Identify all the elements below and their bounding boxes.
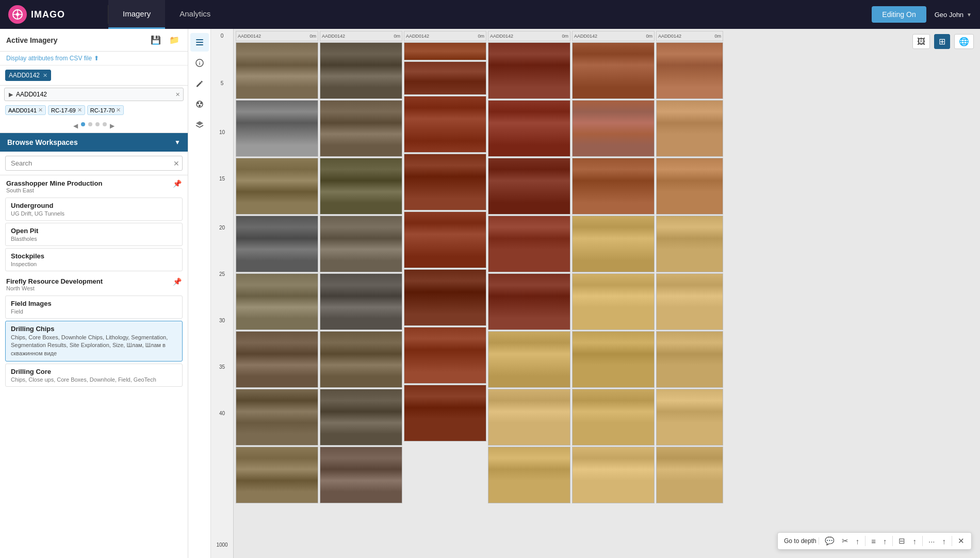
list-view-btn[interactable]	[190, 33, 209, 52]
core-img-5-7[interactable]	[572, 389, 655, 446]
grid-view-btn[interactable]: ⊞	[934, 34, 950, 49]
core-img-2-7[interactable]	[320, 389, 402, 446]
workspace-item-underground[interactable]: Underground UG Drift, UG Tunnels	[5, 198, 183, 221]
workspace-item-field-images[interactable]: Field Images Field	[5, 296, 183, 319]
up-btn-1[interactable]: ↑	[853, 535, 862, 547]
nav-next-arrow[interactable]: ▶	[110, 122, 115, 129]
core-img-3-6[interactable]	[404, 327, 486, 384]
close-expanded-dataset[interactable]: ✕	[175, 91, 180, 98]
core-img-5-6[interactable]	[572, 331, 655, 388]
up-btn-4[interactable]: ↑	[940, 535, 949, 547]
core-img-6-7[interactable]	[656, 389, 723, 446]
core-img-2-3[interactable]	[320, 158, 402, 215]
mini-tag-rc1770[interactable]: RC-17-70 ✕	[87, 105, 124, 115]
core-img-4-1[interactable]	[488, 42, 570, 99]
nav-prev-arrow[interactable]: ◀	[73, 122, 78, 129]
dataset-tag-aadd0142-active[interactable]: AADD0142 ✕	[5, 70, 51, 81]
core-img-4-7-light[interactable]	[488, 389, 570, 446]
core-img-4-6-light[interactable]	[488, 331, 570, 388]
core-img-3-1[interactable]	[404, 61, 486, 95]
core-img-5-2[interactable]	[572, 100, 655, 157]
mini-tag-rc1769[interactable]: RC-17-69 ✕	[48, 105, 85, 115]
search-input[interactable]	[5, 156, 183, 171]
core-img-1-4[interactable]	[236, 216, 318, 272]
comment-btn[interactable]: 💬	[822, 535, 837, 547]
photo-view-btn[interactable]: 🖼	[912, 34, 930, 49]
core-img-5-3[interactable]	[572, 158, 655, 215]
search-clear-button[interactable]: ✕	[173, 159, 179, 168]
core-img-3-4[interactable]	[404, 211, 486, 268]
browse-workspaces-header[interactable]: Browse Workspaces ▼	[0, 133, 188, 152]
workspace-item-drilling-core[interactable]: Drilling Core Chips, Close ups, Core Box…	[5, 364, 183, 387]
core-img-1-3[interactable]	[236, 158, 318, 215]
nav-dot-2[interactable]	[88, 122, 92, 126]
pin-icon-grasshopper[interactable]: 📌	[173, 179, 182, 188]
core-img-3-3[interactable]	[404, 154, 486, 210]
pin-icon-firefly[interactable]: 📌	[173, 277, 182, 286]
core-img-4-4[interactable]	[488, 216, 570, 272]
info-btn[interactable]: i	[190, 54, 209, 72]
core-img-3-7[interactable]	[404, 385, 486, 441]
core-img-1-2[interactable]	[236, 100, 318, 157]
core-img-6-5[interactable]	[656, 273, 723, 330]
core-img-6-3[interactable]	[656, 158, 723, 215]
core-img-2-1[interactable]	[320, 42, 402, 99]
core-img-1-7[interactable]	[236, 389, 318, 446]
scissor-btn[interactable]: ✂	[839, 535, 851, 547]
workspace-item-stockpiles[interactable]: Stockpiles Inspection	[5, 248, 183, 271]
core-img-6-2[interactable]	[656, 100, 723, 157]
core-img-4-3[interactable]	[488, 158, 570, 215]
remove-aadd0141[interactable]: ✕	[38, 107, 43, 113]
workspace-item-drilling-chips[interactable]: Drilling Chips Chips, Core Boxes, Downho…	[5, 321, 183, 362]
core-img-2-5[interactable]	[320, 273, 402, 330]
workspace-item-openpit[interactable]: Open Pit Blastholes	[5, 223, 183, 246]
core-img-2-2[interactable]	[320, 100, 402, 157]
tab-analytics[interactable]: Analytics	[165, 0, 225, 29]
nav-dot-1[interactable]	[81, 122, 85, 126]
core-img-6-4[interactable]	[656, 216, 723, 272]
list-tool-btn[interactable]: ≡	[869, 535, 878, 547]
core-img-5-4[interactable]	[572, 216, 655, 272]
core-img-3-top[interactable]	[404, 42, 486, 60]
core-img-1-5[interactable]	[236, 273, 318, 330]
core-img-3-5[interactable]	[404, 269, 486, 326]
close-toolbar-btn[interactable]: ✕	[955, 535, 967, 547]
core-img-1-6[interactable]	[236, 331, 318, 388]
user-menu[interactable]: Geo John ▼	[935, 11, 980, 19]
core-img-2-8[interactable]	[320, 447, 402, 503]
nav-dot-3[interactable]	[95, 122, 100, 126]
core-img-4-8-light[interactable]	[488, 447, 570, 503]
globe-view-btn[interactable]: 🌐	[954, 34, 974, 49]
mini-tag-aadd0141[interactable]: AADD0141 ✕	[5, 105, 46, 115]
remove-rc1769[interactable]: ✕	[77, 107, 82, 113]
more-btn[interactable]: ···	[926, 535, 938, 547]
nav-dot-4[interactable]	[103, 122, 107, 126]
core-img-1-8[interactable]	[236, 447, 318, 503]
core-img-5-5[interactable]	[572, 273, 655, 330]
core-img-4-2[interactable]	[488, 100, 570, 157]
folder-icon-btn[interactable]: 📁	[167, 34, 182, 46]
grid-tool-btn[interactable]: ⊟	[896, 535, 908, 547]
up-btn-2[interactable]: ↑	[880, 535, 890, 547]
layers-btn[interactable]	[190, 116, 209, 134]
core-img-2-4[interactable]	[320, 216, 402, 272]
core-img-1-1[interactable]	[236, 42, 318, 99]
core-img-4-5[interactable]	[488, 273, 570, 330]
core-img-5-8[interactable]	[572, 447, 655, 503]
editing-on-button[interactable]: Editing On	[872, 6, 926, 23]
core-img-3-2[interactable]	[404, 96, 486, 153]
save-icon-btn[interactable]: 💾	[149, 34, 163, 46]
tab-imagery[interactable]: Imagery	[108, 0, 165, 29]
core-img-2-6[interactable]	[320, 331, 402, 388]
core-img-6-6[interactable]	[656, 331, 723, 388]
core-img-6-8[interactable]	[656, 447, 723, 503]
core-columns-container[interactable]: AADD01420m AADD01420m	[234, 29, 980, 558]
expanded-dataset[interactable]: ▶ AADD0142 ✕	[4, 88, 184, 101]
remove-rc1770[interactable]: ✕	[116, 107, 121, 113]
remove-dataset-aadd0142[interactable]: ✕	[43, 72, 47, 79]
up-btn-3[interactable]: ↑	[910, 535, 919, 547]
palette-btn[interactable]	[190, 95, 209, 113]
core-img-5-1[interactable]	[572, 42, 655, 99]
core-img-6-1[interactable]	[656, 42, 723, 99]
edit-btn[interactable]	[190, 74, 209, 93]
